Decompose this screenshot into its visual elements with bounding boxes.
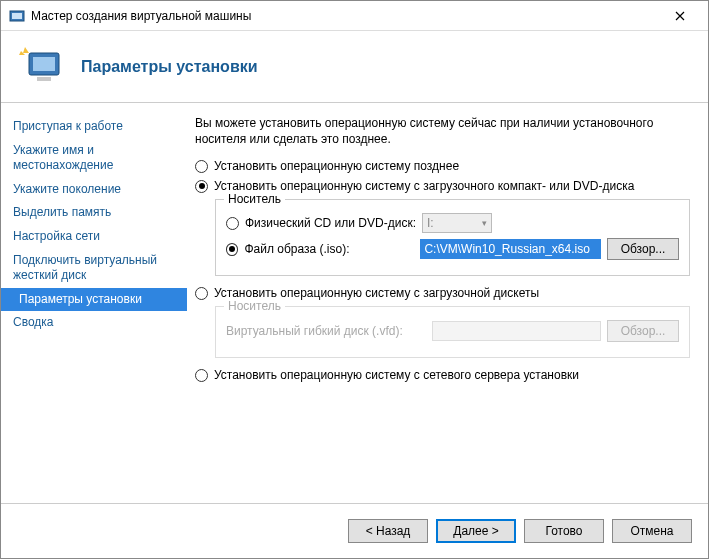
drive-select: I: ▾ (422, 213, 492, 233)
svg-rect-4 (37, 77, 51, 81)
sidebar-item-summary[interactable]: Сводка (1, 311, 187, 335)
sidebar-item-generation[interactable]: Укажите поколение (1, 178, 187, 202)
fieldset-legend: Носитель (224, 299, 285, 313)
option-label: Установить операционную систему с сетево… (214, 368, 579, 382)
sub-option-physical-disc[interactable]: Физический CD или DVD-диск: I: ▾ (226, 213, 679, 233)
option-install-later[interactable]: Установить операционную систему позднее (195, 159, 690, 173)
media-fieldset-floppy: Носитель Виртуальный гибкий диск (.vfd):… (215, 306, 690, 358)
option-label: Установить операционную систему позднее (214, 159, 459, 173)
drive-select-value: I: (427, 216, 434, 230)
option-install-floppy[interactable]: Установить операционную систему с загруз… (195, 286, 690, 300)
svg-rect-1 (12, 13, 22, 19)
browse-vfd-button: Обзор... (607, 320, 679, 342)
option-install-cd-dvd[interactable]: Установить операционную систему с загруз… (195, 179, 690, 193)
radio-icon (195, 287, 208, 300)
option-label: Установить операционную систему с загруз… (214, 286, 539, 300)
wizard-sidebar: Приступая к работе Укажите имя и местона… (1, 103, 187, 503)
radio-icon (195, 160, 208, 173)
wizard-footer: < Назад Далее > Готово Отмена (1, 503, 708, 557)
iso-path-input[interactable] (420, 239, 601, 259)
svg-rect-3 (33, 57, 55, 71)
next-button[interactable]: Далее > (436, 519, 516, 543)
vfd-label: Виртуальный гибкий диск (.vfd): (226, 324, 426, 338)
sidebar-item-vhd[interactable]: Подключить виртуальный жесткий диск (1, 249, 187, 288)
wizard-header: Параметры установки (1, 31, 708, 103)
browse-iso-button[interactable]: Обзор... (607, 238, 679, 260)
svg-marker-5 (23, 47, 29, 53)
option-install-network[interactable]: Установить операционную систему с сетево… (195, 368, 690, 382)
radio-icon (195, 369, 208, 382)
window-title: Мастер создания виртуальной машины (31, 9, 660, 23)
physical-disc-label: Физический CD или DVD-диск: (245, 216, 416, 230)
wizard-icon (19, 43, 67, 91)
titlebar: Мастер создания виртуальной машины (1, 1, 708, 31)
sidebar-item-network[interactable]: Настройка сети (1, 225, 187, 249)
radio-icon (226, 243, 238, 256)
app-icon (9, 8, 25, 24)
back-button[interactable]: < Назад (348, 519, 428, 543)
fieldset-legend: Носитель (224, 192, 285, 206)
iso-label: Файл образа (.iso): (244, 242, 414, 256)
sidebar-item-getting-started[interactable]: Приступая к работе (1, 115, 187, 139)
close-button[interactable] (660, 2, 700, 30)
sidebar-item-install-options[interactable]: Параметры установки (1, 288, 187, 312)
radio-icon (195, 180, 208, 193)
sub-option-vfd: Виртуальный гибкий диск (.vfd): Обзор... (226, 320, 679, 342)
chevron-down-icon: ▾ (482, 218, 487, 228)
page-title: Параметры установки (81, 58, 258, 76)
wizard-content: Вы можете установить операционную систем… (187, 103, 708, 503)
sidebar-item-memory[interactable]: Выделить память (1, 201, 187, 225)
option-label: Установить операционную систему с загруз… (214, 179, 634, 193)
media-fieldset-cd: Носитель Физический CD или DVD-диск: I: … (215, 199, 690, 276)
sub-option-iso[interactable]: Файл образа (.iso): Обзор... (226, 238, 679, 260)
finish-button[interactable]: Готово (524, 519, 604, 543)
intro-text: Вы можете установить операционную систем… (195, 115, 690, 147)
vfd-path-input (432, 321, 601, 341)
radio-icon (226, 217, 239, 230)
sidebar-item-name-location[interactable]: Укажите имя и местонахождение (1, 139, 187, 178)
cancel-button[interactable]: Отмена (612, 519, 692, 543)
